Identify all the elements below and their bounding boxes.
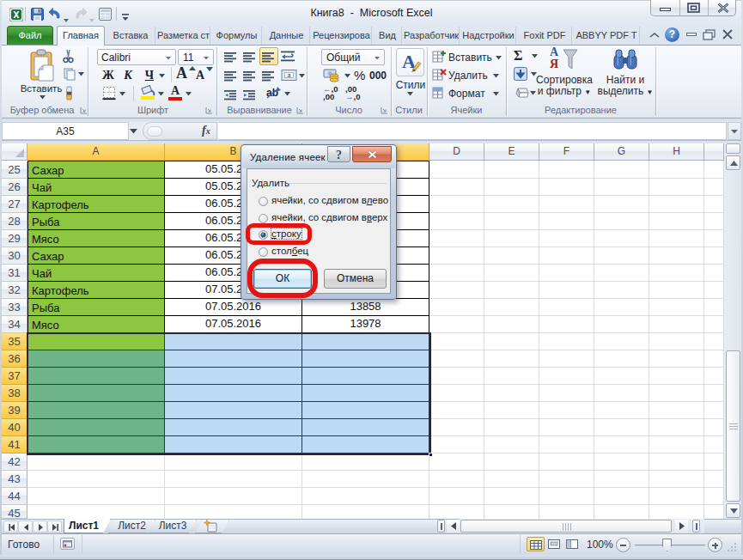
svg-text:a: a <box>288 72 291 78</box>
